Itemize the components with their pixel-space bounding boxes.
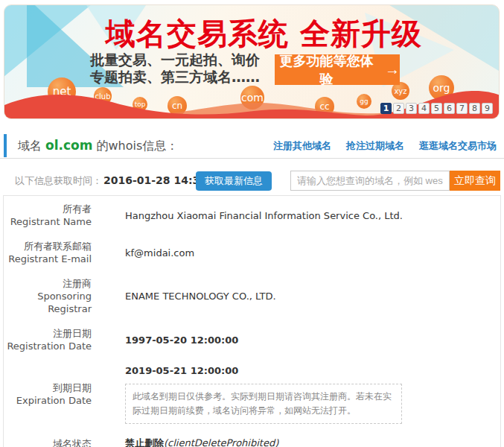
banner-page-3[interactable]: 3 <box>406 103 417 114</box>
row-expiration-date: 到期日期 Expiration Date 2019-05-21 12:00:00… <box>4 364 500 424</box>
registration-date-value: 1997-05-20 12:00:00 <box>125 334 238 346</box>
row-registrant-email: 所有者联系邮箱 Registrant E-mail kf@midai.com <box>4 240 500 265</box>
whois-header: 域名ol.com的whois信息： 注册其他域名 抢注过期域名 逛逛域名交易市场 <box>0 134 504 159</box>
row-label: 到期日期 Expiration Date <box>4 381 92 407</box>
row-registrant-name: 所有者 Registrant Name Hangzhou Xiaomai Fin… <box>4 203 500 228</box>
fetch-time-label: 以下信息获取时间： <box>15 175 102 186</box>
refresh-button[interactable]: 获取最新信息 <box>196 171 272 191</box>
fetch-time: 以下信息获取时间：2016-01-28 14:37:00 <box>15 174 226 188</box>
header-accent-bar <box>4 134 7 157</box>
row-sponsoring-registrar: 注册商 Sponsoring Registrar ENAME TECHNOLOG… <box>4 277 500 315</box>
banner-page-2[interactable]: 2 <box>393 103 404 114</box>
domain-status-values: 禁止删除(clientDeleteProhibited) 禁止转移(client… <box>125 436 286 447</box>
registrant-name-value: Hangzhou Xiaomai Financial Information S… <box>125 209 403 222</box>
row-registration-date: 注册日期 Registration Date 1997-05-20 12:00:… <box>4 327 500 352</box>
banner-subtitle-line2: 专题拍卖、第三方域名…… <box>90 69 260 86</box>
expiration-date-value: 2019-05-21 12:00:00 <box>125 364 402 377</box>
toolbar: 以下信息获取时间：2016-01-28 14:37:00 获取最新信息 立即查询 <box>0 168 504 192</box>
row-domain-status: 域名状态 Domain Status 禁止删除(clientDeleteProh… <box>4 436 500 447</box>
registrant-email-value: kf@midai.com <box>125 247 194 259</box>
banner-page-8[interactable]: 8 <box>469 103 480 114</box>
arrow-right-icon: → <box>385 61 400 78</box>
whois-info-panel: 所有者 Registrant Name Hangzhou Xiaomai Fin… <box>3 195 501 447</box>
link-backorder-expired-domains[interactable]: 抢注过期域名 <box>346 139 404 153</box>
banner-page-5[interactable]: 5 <box>431 103 442 114</box>
banner-page-9[interactable]: 9 <box>482 103 493 114</box>
row-label: 注册商 Sponsoring Registrar <box>4 277 92 315</box>
search-button[interactable]: 立即查询 <box>450 171 500 191</box>
registrar-value: ENAME TECHNOLOGY CO., LTD. <box>125 290 276 302</box>
domain-search-input[interactable] <box>290 171 450 191</box>
queried-domain: ol.com <box>45 138 92 153</box>
banner-pagination: 1 2 3 4 5 6 7 8 9 <box>380 103 493 114</box>
banner-subtitle: 批量交易、一元起拍、询价 专题拍卖、第三方域名…… <box>90 51 260 86</box>
page-title-prefix: 域名 <box>18 139 42 153</box>
banner-page-4[interactable]: 4 <box>418 103 430 114</box>
status-delete-prohibited: 禁止删除(clientDeleteProhibited) <box>125 436 286 447</box>
banner-cta-label: 更多功能等您体验 <box>275 52 378 88</box>
banner-page-1[interactable]: 1 <box>380 103 392 114</box>
row-label: 域名状态 Domain Status <box>4 437 92 447</box>
banner-page-6[interactable]: 6 <box>444 103 455 114</box>
page-title: 域名ol.com的whois信息： <box>18 138 178 154</box>
row-label: 所有者 Registrant Name <box>4 203 92 228</box>
link-register-other-domains[interactable]: 注册其他域名 <box>273 139 331 153</box>
banner-subtitle-line1: 批量交易、一元起拍、询价 <box>90 51 260 69</box>
promo-banner[interactable]: 域名交易系统 全新升级 批量交易、一元起拍、询价 专题拍卖、第三方域名…… 更多… <box>4 4 500 119</box>
banner-title: 域名交易系统 全新升级 <box>106 13 422 54</box>
expiration-date-block: 2019-05-21 12:00:00 此域名到期日仅供参考。实际到期日期请咨询… <box>125 364 402 424</box>
expiration-note: 此域名到期日仅供参考。实际到期日期请咨询其注册商。若未在实际过期日期前续费，域名… <box>125 384 402 424</box>
row-label: 注册日期 Registration Date <box>4 327 92 352</box>
row-label: 所有者联系邮箱 Registrant E-mail <box>4 240 92 265</box>
header-links: 注册其他域名 抢注过期域名 逛逛域名交易市场 <box>273 139 497 153</box>
banner-page-7[interactable]: 7 <box>456 103 468 114</box>
banner-cta-button[interactable]: 更多功能等您体验 → <box>275 54 400 85</box>
page-title-suffix: 的whois信息： <box>96 139 178 153</box>
link-domain-trade-market[interactable]: 逛逛域名交易市场 <box>419 139 497 153</box>
